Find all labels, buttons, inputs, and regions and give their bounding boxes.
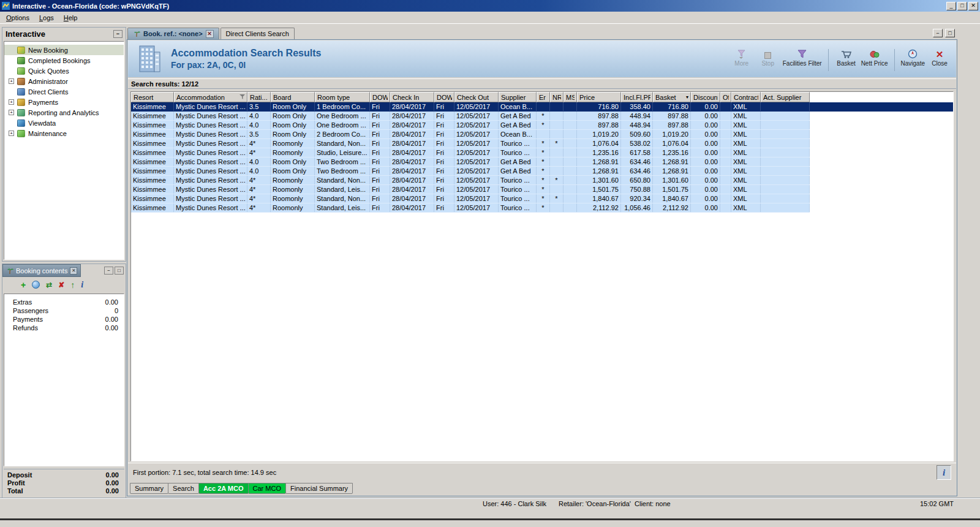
close-results-button[interactable]: ✕ Close (928, 47, 951, 67)
cell: Kissimmee (131, 157, 174, 166)
column-header-room-type[interactable]: Room type (315, 92, 370, 102)
cell: Kissimmee (131, 176, 174, 184)
navigation-panel-title: Interactive (6, 29, 45, 39)
sidebar-item-new-booking[interactable]: New Booking (4, 45, 124, 55)
sidebar-item-quick-quotes[interactable]: Quick Quotes (4, 66, 124, 76)
booking-contents-window-buttons: − □ (104, 264, 126, 277)
column-header-ms[interactable]: MS (564, 92, 577, 102)
close-x-icon: ✕ (936, 48, 944, 59)
column-header-incl-fl-pp[interactable]: Incl.Fl.PP (621, 92, 653, 102)
column-header-dow[interactable]: DOW (370, 92, 390, 102)
cell: Roomonly (271, 176, 315, 184)
column-header-price[interactable]: Price (577, 92, 621, 102)
column-header-accommodation[interactable]: Accommodation (174, 92, 247, 102)
cell (550, 121, 564, 129)
table-row[interactable]: KissimmeeMystic Dunes Resort ...4*Roomon… (131, 176, 810, 185)
column-header-dow[interactable]: DOW (434, 92, 454, 102)
stop-button[interactable]: Stop (756, 47, 780, 67)
move-up-icon[interactable]: ↑ (70, 281, 75, 289)
column-header-supplier[interactable]: Supplier (499, 92, 537, 102)
sidebar-tree: New BookingCompleted BookingsQuick Quote… (4, 41, 124, 260)
globe-icon[interactable] (32, 281, 40, 289)
sidebar-item-maintenance[interactable]: +Maintenance (4, 128, 124, 138)
navigate-button[interactable]: Navigate (901, 47, 925, 67)
sidebar-item-completed-bookings[interactable]: Completed Bookings (4, 55, 124, 66)
info-icon[interactable]: i (81, 281, 83, 289)
cell: 28/04/2017 (390, 176, 434, 184)
menu-logs[interactable]: Logs (34, 13, 59, 23)
table-row[interactable]: KissimmeeMystic Dunes Resort ...4.0Room … (131, 167, 810, 176)
child-minimize-button[interactable]: − (933, 29, 943, 37)
column-header-rati[interactable]: Rati... (247, 92, 271, 102)
table-row[interactable]: KissimmeeMystic Dunes Resort ...4*Roomon… (131, 194, 810, 203)
bottom-tab-search[interactable]: Search (168, 483, 199, 494)
info-button[interactable]: i (937, 465, 951, 480)
cell: * (537, 121, 550, 129)
tab-direct-clients-search[interactable]: Direct Clients Search (221, 28, 295, 39)
booking-contents-row-passengers[interactable]: Passengers0 (4, 306, 124, 315)
child-restore-button[interactable]: □ (945, 29, 955, 37)
column-header-er[interactable]: Er (537, 92, 550, 102)
bottom-tab-acc-2a-mco[interactable]: Acc 2A MCO (198, 483, 249, 494)
menu-help[interactable]: Help (59, 13, 83, 23)
column-header-basket[interactable]: Basket▾ (653, 92, 691, 102)
more-button[interactable]: More (730, 47, 753, 67)
booking-contents-tab[interactable]: Booking contents ✕ (2, 264, 81, 277)
menu-options[interactable]: Options (1, 13, 34, 23)
sidebar-item-direct-clients[interactable]: Direct Clients (4, 86, 124, 97)
transfer-icon[interactable]: ⇄ (46, 281, 52, 289)
table-row[interactable]: KissimmeeMystic Dunes Resort ...4*Roomon… (131, 139, 810, 148)
column-header-act-supplier[interactable]: Act. Supplier (761, 92, 810, 102)
table-row[interactable]: KissimmeeMystic Dunes Resort ...4*Roomon… (131, 185, 810, 194)
table-row[interactable]: KissimmeeMystic Dunes Resort ...4*Roomon… (131, 148, 810, 157)
sidebar-item-reporting-and-analytics[interactable]: +Reporting and Analytics (4, 107, 124, 118)
booking-contents-row-refunds[interactable]: Refunds0.00 (4, 324, 124, 332)
close-button[interactable]: ✕ (968, 2, 978, 10)
filter-icon[interactable] (239, 94, 245, 101)
table-row[interactable]: KissimmeeMystic Dunes Resort ...4.0Room … (131, 112, 810, 121)
sidebar-item-payments[interactable]: +Payments (4, 97, 124, 107)
panel-minimize-button[interactable]: − (104, 267, 113, 275)
column-header-resort[interactable]: Resort (131, 92, 174, 102)
add-item-icon[interactable]: + (21, 281, 26, 289)
cell: 538.02 (621, 139, 653, 148)
bottom-tab-financial-summary[interactable]: Financial Summary (285, 483, 353, 494)
maximize-button[interactable]: □ (957, 2, 967, 10)
column-header-discount[interactable]: Discount (691, 92, 720, 102)
table-row[interactable]: KissimmeeMystic Dunes Resort ...3.5Room … (131, 130, 810, 139)
table-row[interactable]: KissimmeeMystic Dunes Resort ...4*Roomon… (131, 203, 810, 213)
table-row[interactable]: KissimmeeMystic Dunes Resort ...4.0Room … (131, 121, 810, 130)
expand-icon[interactable]: + (9, 131, 14, 136)
sidebar-item-administrator[interactable]: +Administrator (4, 76, 124, 86)
expand-icon[interactable]: + (9, 99, 14, 105)
table-row[interactable]: KissimmeeMystic Dunes Resort ...3.5Room … (131, 102, 953, 112)
delete-icon[interactable]: ✘ (58, 281, 64, 289)
cell: Kissimmee (131, 185, 174, 194)
tab-booking-ref[interactable]: Book. ref.: <none> ✕ (127, 28, 219, 39)
column-header-nr[interactable]: NR (550, 92, 564, 102)
minimize-button[interactable]: _ (946, 2, 956, 10)
bottom-tab-car-mco[interactable]: Car MCO (248, 483, 286, 494)
booking-contents-row-payments[interactable]: Payments0.00 (4, 315, 124, 324)
cell (720, 185, 731, 194)
column-header-of[interactable]: Of (720, 92, 731, 102)
column-header-check-in[interactable]: Check In (390, 92, 434, 102)
table-row[interactable]: KissimmeeMystic Dunes Resort ...4.0Room … (131, 157, 810, 167)
close-icon[interactable]: ✕ (70, 267, 77, 275)
sidebar-item-viewdata[interactable]: Viewdata (4, 118, 124, 128)
column-header-contract[interactable]: Contract (731, 92, 761, 102)
column-header-check-out[interactable]: Check Out (454, 92, 499, 102)
basket-button[interactable]: Basket (835, 47, 858, 67)
collapse-panel-button[interactable]: − (113, 30, 123, 38)
nett-price-button[interactable]: Nett Price (861, 47, 888, 67)
column-header-board[interactable]: Board (271, 92, 315, 102)
expand-icon[interactable]: + (9, 110, 14, 115)
panel-maximize-button[interactable]: □ (115, 267, 124, 275)
sort-icon[interactable]: ▾ (686, 94, 688, 100)
facilities-filter-button[interactable]: Facilities Filter (783, 47, 822, 67)
expand-icon[interactable]: + (9, 78, 14, 84)
results-table: ResortAccommodationRati...BoardRoom type… (130, 91, 954, 461)
booking-contents-row-extras[interactable]: Extras0.00 (4, 298, 124, 306)
close-tab-icon[interactable]: ✕ (206, 30, 214, 38)
bottom-tab-summary[interactable]: Summary (130, 483, 168, 494)
